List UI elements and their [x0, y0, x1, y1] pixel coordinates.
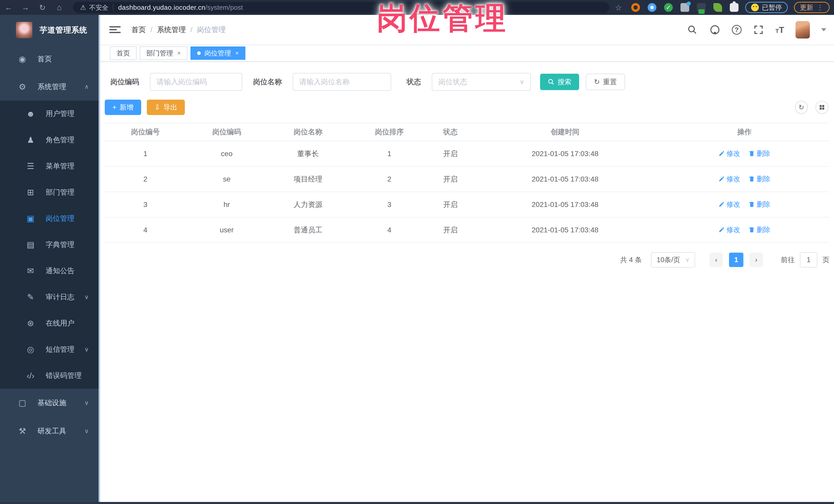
- announcement-icon: ✉: [25, 266, 37, 276]
- sidebar-scrollbar[interactable]: [98, 15, 100, 504]
- column-header: 岗位名称: [267, 123, 349, 141]
- posts-table: 岗位编号岗位编码岗位名称岗位排序状态创建时间操作 1ceo董事长1开启2021-…: [105, 123, 829, 243]
- cell-status: 开启: [430, 167, 470, 192]
- current-page-button[interactable]: 1: [729, 253, 743, 267]
- browser-back-icon[interactable]: ←: [0, 3, 17, 12]
- edit-link[interactable]: 修改: [719, 174, 740, 183]
- paused-badge[interactable]: 已暂停: [745, 2, 788, 13]
- column-header: 岗位编号: [105, 123, 186, 141]
- github-icon[interactable]: [709, 24, 721, 36]
- cell-status: 开启: [430, 141, 470, 167]
- sidebar-item-部门管理[interactable]: ⊞部门管理: [0, 179, 100, 205]
- sidebar-item-通知公告[interactable]: ✉通知公告: [0, 258, 100, 284]
- address-bar[interactable]: ⚠ 不安全 dashboard.yudao.iocoder.cn /system…: [73, 2, 609, 13]
- status-select[interactable]: 岗位状态 ∨: [432, 73, 531, 91]
- pagination-total: 共 4 条: [620, 255, 642, 264]
- sidebar-item-label: 首页: [38, 54, 52, 64]
- avatar-caret-icon[interactable]: [821, 28, 826, 34]
- extension-orange-icon[interactable]: [631, 3, 640, 12]
- sidebar-item-基础设施[interactable]: ▢基础设施∨: [0, 389, 100, 417]
- header-actions: ? TT: [687, 21, 826, 39]
- sidebar-item-短信管理[interactable]: ◎短信管理∨: [0, 336, 100, 363]
- audit-log-icon: ✎: [25, 292, 37, 302]
- cell-post-sort: 3: [349, 192, 430, 217]
- post-code-input[interactable]: [150, 73, 242, 91]
- search-icon[interactable]: [687, 24, 698, 36]
- add-button[interactable]: + 新增: [105, 100, 141, 115]
- fullscreen-icon[interactable]: [753, 24, 764, 36]
- bookmark-star-icon[interactable]: ☆: [615, 3, 622, 12]
- table-settings: ↻: [795, 101, 829, 114]
- browser-menu-icon[interactable]: ⋮: [817, 4, 824, 12]
- extension-pin-icon[interactable]: [648, 3, 656, 12]
- menu-fold-icon[interactable]: [109, 25, 120, 35]
- search-button-label: 搜索: [557, 77, 571, 87]
- browser-reload-icon[interactable]: ↻: [34, 3, 51, 12]
- sidebar-item-用户管理[interactable]: ☻用户管理: [0, 101, 100, 127]
- sidebar-item-label: 字典管理: [46, 240, 74, 249]
- column-settings-button[interactable]: [815, 101, 828, 114]
- sidebar-item-label: 角色管理: [46, 135, 74, 145]
- breadcrumb-separator: /: [150, 26, 152, 34]
- update-badge[interactable]: 更新 ⋮: [794, 2, 830, 13]
- goto-page-input[interactable]: [800, 252, 817, 267]
- extension-check-icon[interactable]: ✓: [664, 3, 673, 12]
- prev-page-button[interactable]: ‹: [709, 253, 723, 267]
- delete-link[interactable]: 删除: [748, 225, 770, 235]
- url-host: dashboard.yudao.iocoder.cn: [118, 4, 205, 12]
- edit-link[interactable]: 修改: [719, 200, 740, 209]
- sidebar-item-系统管理[interactable]: ⚙系统管理∧: [0, 73, 100, 101]
- close-icon[interactable]: ×: [235, 49, 239, 57]
- dashboard-icon: ◉: [17, 54, 28, 64]
- cell-post-id: 2: [105, 167, 186, 192]
- refresh-table-button[interactable]: ↻: [795, 101, 808, 114]
- edit-link[interactable]: 修改: [719, 225, 740, 235]
- sidebar-item-研发工具[interactable]: ⚒研发工具∨: [0, 417, 100, 445]
- sidebar-item-字典管理[interactable]: ▤字典管理: [0, 232, 100, 258]
- refresh-icon: ↻: [594, 78, 600, 86]
- sms-icon: ◎: [25, 345, 37, 354]
- cell-created-time: 2021-01-05 17:03:48: [471, 167, 659, 192]
- delete-link[interactable]: 删除: [748, 174, 770, 183]
- export-button[interactable]: ⇩ 导出: [147, 100, 185, 115]
- delete-link[interactable]: 删除: [748, 149, 770, 158]
- browser-home-icon[interactable]: ⌂: [51, 3, 68, 12]
- breadcrumb-item[interactable]: 系统管理: [157, 25, 186, 35]
- sidebar-item-在线用户[interactable]: ⊛在线用户: [0, 310, 100, 336]
- extension-sliders-icon[interactable]: [680, 3, 689, 12]
- sidebar-item-label: 用户管理: [46, 109, 74, 118]
- tab-首页[interactable]: 首页: [110, 46, 136, 60]
- breadcrumb-item[interactable]: 首页: [131, 25, 146, 35]
- user-avatar[interactable]: [795, 21, 810, 39]
- error-code-icon: ‹/›: [25, 371, 37, 380]
- tab-岗位管理[interactable]: 岗位管理×: [191, 46, 245, 60]
- close-icon[interactable]: ×: [177, 49, 181, 57]
- sidebar-item-审计日志[interactable]: ✎审计日志∨: [0, 284, 100, 310]
- search-button[interactable]: 搜索: [540, 74, 579, 90]
- browser-forward-icon[interactable]: →: [17, 3, 34, 12]
- delete-link[interactable]: 删除: [748, 200, 770, 209]
- sidebar-item-首页[interactable]: ◉首页: [0, 45, 100, 73]
- cell-created-time: 2021-01-05 17:03:48: [471, 192, 659, 217]
- post-name-input[interactable]: [293, 73, 391, 91]
- plus-icon: +: [112, 104, 116, 111]
- page-size-select[interactable]: 10条/页 ∨: [651, 252, 695, 267]
- help-icon[interactable]: ?: [732, 25, 742, 35]
- sidebar-item-label: 基础设施: [38, 398, 66, 408]
- app-logo-row[interactable]: 芋道管理系统: [0, 15, 100, 45]
- cell-actions: 修改删除: [659, 141, 829, 167]
- extensions-puzzle-icon[interactable]: [730, 3, 739, 12]
- extension-leaf-icon[interactable]: [714, 3, 722, 12]
- sidebar-item-菜单管理[interactable]: ☰菜单管理: [0, 153, 100, 179]
- cell-post-sort: 4: [349, 217, 430, 243]
- sidebar-item-错误码管理[interactable]: ‹/›错误码管理: [0, 363, 100, 389]
- sidebar: 芋道管理系统 ◉首页⚙系统管理∧☻用户管理♟角色管理☰菜单管理⊞部门管理▣岗位管…: [0, 15, 100, 504]
- font-size-icon[interactable]: TT: [775, 25, 784, 35]
- extension-tag-manager-icon[interactable]: [697, 3, 706, 12]
- sidebar-item-岗位管理[interactable]: ▣岗位管理: [0, 205, 100, 232]
- edit-link[interactable]: 修改: [719, 149, 740, 158]
- next-page-button[interactable]: ›: [749, 253, 763, 267]
- reset-button[interactable]: ↻ 重置: [586, 74, 625, 90]
- sidebar-item-角色管理[interactable]: ♟角色管理: [0, 127, 100, 153]
- tab-部门管理[interactable]: 部门管理×: [140, 46, 188, 60]
